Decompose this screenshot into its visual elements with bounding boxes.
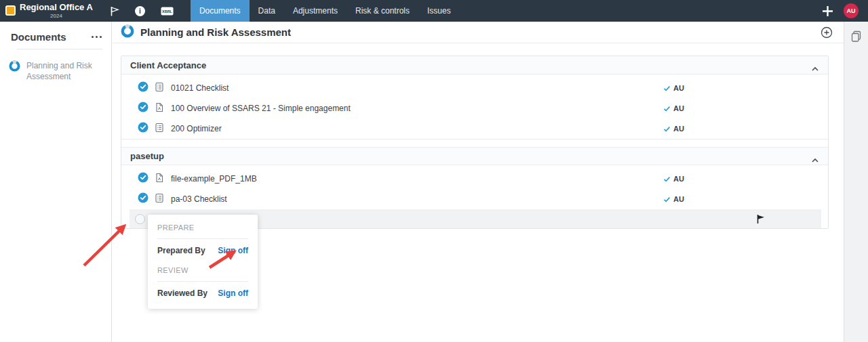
app-window: Regional Office A 2024 i XBRL Documents … xyxy=(0,0,868,342)
signoff-complete-icon[interactable] xyxy=(138,192,149,206)
sidebar-item-label: Planning and Risk Assessment xyxy=(26,60,97,82)
flag-annotation-icon[interactable] xyxy=(756,214,766,224)
chevron-up-icon[interactable] xyxy=(811,62,819,68)
document-name: file-example_PDF_1MB xyxy=(171,174,257,184)
document-row[interactable]: 100 Overview of SSARS 21 - Simple engage… xyxy=(121,98,828,119)
sidebar-title: Documents xyxy=(11,31,66,43)
reviewed-by-label: Reviewed By xyxy=(157,288,208,298)
signoff-status: AU xyxy=(663,84,684,92)
review-signoff-link[interactable]: Sign off xyxy=(218,288,248,298)
document-name: 200 Optimizer xyxy=(171,124,222,133)
org-name: Regional Office A xyxy=(20,3,93,12)
review-heading: REVIEW xyxy=(157,266,248,274)
document-row[interactable]: 01021 Checklist AU xyxy=(121,78,828,98)
document-ring-logo-icon xyxy=(9,60,20,82)
svg-text:XBRL: XBRL xyxy=(162,9,173,13)
tab-documents[interactable]: Documents xyxy=(191,0,250,22)
popup-divider xyxy=(157,238,248,239)
document-ring-logo-icon xyxy=(121,24,134,41)
right-utility-rail xyxy=(844,22,868,342)
document-name: 01021 Checklist xyxy=(171,83,229,93)
document-row[interactable]: file-example_PDF_1MB AU xyxy=(121,169,828,189)
document-name: 100 Overview of SSARS 21 - Simple engage… xyxy=(171,104,351,113)
section-header-pasetup[interactable]: pasetup xyxy=(121,147,828,165)
section-gap xyxy=(121,140,828,147)
signoff-complete-icon[interactable] xyxy=(138,172,149,186)
engagement-year: 2024 xyxy=(20,13,93,19)
pdf-icon xyxy=(155,102,164,115)
tab-issues[interactable]: Issues xyxy=(418,0,460,22)
org-logo-icon xyxy=(5,5,16,16)
prepare-heading: PREPARE xyxy=(157,223,248,232)
tab-risk-controls[interactable]: Risk & controls xyxy=(347,0,418,22)
prepare-signoff-link[interactable]: Sign off xyxy=(218,246,248,255)
section-title: Client Acceptance xyxy=(130,60,206,70)
org-brand[interactable]: Regional Office A 2024 xyxy=(5,3,93,19)
tab-data[interactable]: Data xyxy=(250,0,284,22)
check-icon xyxy=(663,85,671,91)
info-icon[interactable]: i xyxy=(135,6,145,16)
signoff-status: AU xyxy=(663,125,684,133)
more-options-icon[interactable] xyxy=(92,33,102,41)
page-title: Planning and Risk Assessment xyxy=(140,26,291,38)
sidebar-item-planning-and-risk-assessment[interactable]: Planning and Risk Assessment xyxy=(0,49,111,82)
document-name: pa-03 Checklist xyxy=(171,194,227,204)
check-icon xyxy=(663,176,671,182)
signoff-complete-icon[interactable] xyxy=(138,81,149,95)
signoff-status: AU xyxy=(663,175,684,183)
flag-icon[interactable] xyxy=(109,5,120,17)
signoff-status: AU xyxy=(663,104,684,112)
chevron-up-icon[interactable] xyxy=(811,154,819,159)
pdf-icon xyxy=(155,173,164,186)
check-icon xyxy=(663,196,671,202)
top-navbar: Regional Office A 2024 i XBRL Documents … xyxy=(0,0,868,22)
add-icon[interactable] xyxy=(821,5,834,18)
xbrl-icon[interactable]: XBRL xyxy=(160,5,174,17)
documents-sidebar: Documents Planning and Risk Assessment xyxy=(0,22,112,342)
document-row[interactable]: pa-03 Checklist AU xyxy=(121,189,828,209)
section-header-client-acceptance[interactable]: Client Acceptance xyxy=(121,56,828,74)
checklist-icon xyxy=(155,82,164,95)
document-sections-card: Client Acceptance 01021 Checklist xyxy=(121,56,829,229)
signoff-pending-icon[interactable] xyxy=(135,214,145,224)
signoff-status: AU xyxy=(663,195,684,203)
signoff-popup: PREPARE Prepared By Sign off REVIEW Revi… xyxy=(148,215,258,309)
avatar[interactable]: AU xyxy=(844,3,859,18)
add-document-icon[interactable] xyxy=(821,26,833,39)
checklist-icon xyxy=(155,123,164,135)
checklist-icon xyxy=(155,193,164,206)
nav-tabs: Documents Data Adjustments Risk & contro… xyxy=(191,0,460,22)
documents-panel-icon[interactable] xyxy=(850,30,862,43)
prepared-by-label: Prepared By xyxy=(157,246,205,255)
section-title: pasetup xyxy=(130,151,164,161)
tab-adjustments[interactable]: Adjustments xyxy=(284,0,347,22)
signoff-complete-icon[interactable] xyxy=(138,102,149,115)
page-header: Planning and Risk Assessment xyxy=(113,22,844,43)
document-row[interactable]: 200 Optimizer AU xyxy=(121,119,828,139)
signoff-complete-icon[interactable] xyxy=(138,122,149,135)
check-icon xyxy=(663,126,671,132)
popup-divider xyxy=(157,281,248,282)
check-icon xyxy=(663,106,671,112)
